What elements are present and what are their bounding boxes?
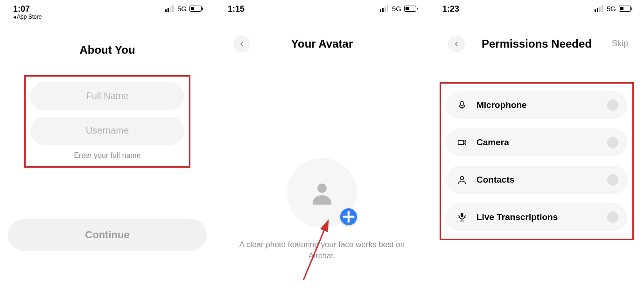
network-label: 5G [392,5,401,13]
nav-header: Your Avatar [220,37,424,50]
page-title: About You [79,43,135,57]
add-avatar-button[interactable] [340,208,357,225]
back-to-appstore[interactable]: App Store [13,14,42,20]
avatar-caption: A clear photo featuring your face works … [238,239,406,262]
battery-icon [619,6,631,12]
contacts-icon [456,174,468,186]
page-title: Your Avatar [291,37,353,50]
network-label: 5G [177,5,187,13]
permission-microphone[interactable]: Microphone [446,91,628,119]
svg-point-4 [460,176,463,179]
back-button[interactable] [233,35,250,52]
permission-label: Camera [476,137,607,148]
continue-button[interactable]: Continue [8,219,207,251]
status-right: 5G [380,5,416,13]
status-bar: 1:15 5G [220,0,424,14]
annotation-highlight: Full Name Username Enter your full name [24,75,190,168]
form-hint: Enter your full name [30,151,184,160]
nav-header: Permissions Needed Skip [435,37,638,50]
status-time: 1:07 [13,5,42,14]
permission-toggle[interactable] [607,212,618,223]
chevron-left-icon [453,40,460,48]
username-field[interactable]: Username [30,117,184,145]
permission-toggle[interactable] [607,174,618,185]
nav-header: About You [6,43,209,57]
permission-live-transcriptions[interactable]: Live Transcriptions [446,203,628,231]
status-time: 1:15 [228,5,245,14]
status-time: 1:23 [442,5,459,14]
back-button[interactable] [448,35,465,52]
plus-icon [340,203,357,231]
status-bar: 1:23 5G [435,0,638,14]
permission-toggle[interactable] [607,137,618,148]
battery-icon [189,6,202,12]
signal-icon [595,5,603,12]
permission-toggle[interactable] [607,99,618,111]
permission-label: Contacts [476,175,607,185]
svg-rect-3 [458,140,464,144]
battery-icon [404,6,416,12]
avatar-placeholder[interactable] [287,158,357,228]
microphone-icon [456,99,468,111]
network-label: 5G [607,5,616,13]
signal-icon [165,5,174,12]
permission-label: Microphone [476,100,607,110]
skip-button[interactable]: Skip [612,39,628,49]
permission-label: Live Transcriptions [476,212,607,222]
annotation-highlight: Microphone Camera Contacts [440,82,634,240]
svg-point-0 [317,184,327,193]
status-right: 5G [595,5,631,13]
page-title: Permissions Needed [482,37,592,50]
status-bar: 1:07 App Store 5G [6,0,209,20]
camera-icon [456,136,468,149]
transcription-icon [456,211,468,223]
screen-permissions: 1:23 5G Permissions Needed Skip [429,0,644,298]
screen-about-you: 1:07 App Store 5G About You Full Name Us… [0,0,215,298]
chevron-left-icon [238,40,245,48]
status-right: 5G [165,5,202,13]
svg-rect-2 [461,101,463,106]
signal-icon [380,5,388,12]
fullname-field[interactable]: Full Name [30,82,184,110]
person-icon [308,179,336,207]
permission-camera[interactable]: Camera [446,128,628,156]
screen-your-avatar: 1:15 5G Your Avatar [215,0,429,298]
svg-rect-5 [461,213,463,217]
permission-contacts[interactable]: Contacts [446,166,628,194]
